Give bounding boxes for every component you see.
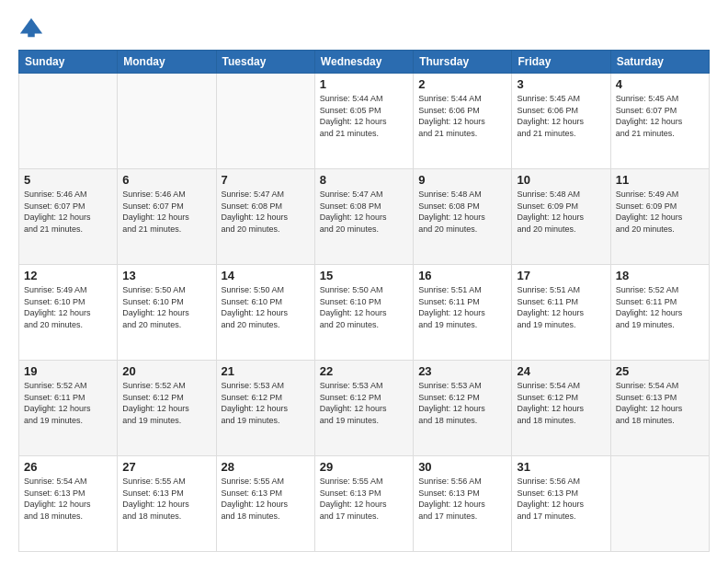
page: SundayMondayTuesdayWednesdayThursdayFrid…: [0, 0, 728, 563]
day-number: 18: [616, 269, 704, 282]
calendar-cell: 3Sunrise: 5:45 AM Sunset: 6:06 PM Daylig…: [512, 74, 610, 169]
day-number: 19: [24, 364, 112, 378]
day-number: 7: [222, 173, 310, 187]
calendar-cell: 27Sunrise: 5:55 AM Sunset: 6:13 PM Dayli…: [118, 456, 216, 552]
calendar-cell: 12Sunrise: 5:49 AM Sunset: 6:10 PM Dayli…: [19, 265, 118, 361]
calendar-cell: 15Sunrise: 5:50 AM Sunset: 6:10 PM Dayli…: [314, 265, 413, 361]
calendar-cell: 20Sunrise: 5:52 AM Sunset: 6:12 PM Dayli…: [118, 361, 216, 456]
day-number: 20: [122, 364, 210, 378]
calendar-cell: [19, 74, 118, 169]
day-number: 10: [517, 173, 605, 187]
calendar-cell: 9Sunrise: 5:48 AM Sunset: 6:08 PM Daylig…: [414, 169, 512, 265]
calendar-cell: 11Sunrise: 5:49 AM Sunset: 6:09 PM Dayli…: [610, 169, 709, 265]
calendar-cell: 21Sunrise: 5:53 AM Sunset: 6:12 PM Dayli…: [216, 361, 314, 456]
day-info: Sunrise: 5:47 AM Sunset: 6:08 PM Dayligh…: [222, 189, 310, 235]
day-info: Sunrise: 5:55 AM Sunset: 6:13 PM Dayligh…: [222, 476, 310, 522]
day-info: Sunrise: 5:50 AM Sunset: 6:10 PM Dayligh…: [320, 284, 408, 330]
day-info: Sunrise: 5:53 AM Sunset: 6:12 PM Dayligh…: [418, 380, 506, 426]
day-number: 2: [418, 77, 506, 91]
day-info: Sunrise: 5:47 AM Sunset: 6:08 PM Dayligh…: [320, 189, 408, 235]
calendar-cell: 16Sunrise: 5:51 AM Sunset: 6:11 PM Dayli…: [414, 265, 512, 361]
calendar-cell: 8Sunrise: 5:47 AM Sunset: 6:08 PM Daylig…: [314, 169, 413, 265]
day-number: 3: [517, 77, 605, 91]
weekday-header-tuesday: Tuesday: [216, 51, 314, 74]
weekday-header-row: SundayMondayTuesdayWednesdayThursdayFrid…: [19, 51, 710, 74]
day-info: Sunrise: 5:53 AM Sunset: 6:12 PM Dayligh…: [320, 380, 408, 426]
day-info: Sunrise: 5:55 AM Sunset: 6:13 PM Dayligh…: [320, 476, 408, 522]
weekday-header-saturday: Saturday: [610, 51, 709, 74]
day-info: Sunrise: 5:50 AM Sunset: 6:10 PM Dayligh…: [222, 284, 310, 330]
logo: [18, 15, 48, 40]
day-number: 9: [418, 173, 506, 187]
day-number: 31: [517, 460, 605, 474]
day-info: Sunrise: 5:46 AM Sunset: 6:07 PM Dayligh…: [24, 189, 112, 235]
day-number: 25: [616, 364, 704, 378]
svg-rect-1: [28, 30, 34, 37]
header: [18, 15, 710, 40]
day-number: 21: [222, 364, 310, 378]
day-info: Sunrise: 5:44 AM Sunset: 6:06 PM Dayligh…: [418, 93, 506, 139]
day-number: 23: [418, 364, 506, 378]
weekday-header-sunday: Sunday: [19, 51, 118, 74]
day-number: 12: [24, 269, 112, 282]
weekday-header-wednesday: Wednesday: [314, 51, 413, 74]
day-info: Sunrise: 5:54 AM Sunset: 6:12 PM Dayligh…: [517, 380, 605, 426]
day-number: 4: [616, 77, 704, 91]
day-number: 30: [418, 460, 506, 474]
logo-icon: [18, 15, 44, 40]
day-number: 14: [222, 269, 310, 282]
calendar-cell: 6Sunrise: 5:46 AM Sunset: 6:07 PM Daylig…: [118, 169, 216, 265]
day-number: 17: [517, 269, 605, 282]
calendar-cell: 1Sunrise: 5:44 AM Sunset: 6:05 PM Daylig…: [314, 74, 413, 169]
day-number: 26: [24, 460, 112, 474]
calendar-week-5: 26Sunrise: 5:54 AM Sunset: 6:13 PM Dayli…: [19, 456, 710, 552]
calendar-week-2: 5Sunrise: 5:46 AM Sunset: 6:07 PM Daylig…: [19, 169, 710, 265]
calendar-cell: 31Sunrise: 5:56 AM Sunset: 6:13 PM Dayli…: [512, 456, 610, 552]
day-number: 28: [222, 460, 310, 474]
weekday-header-friday: Friday: [512, 51, 610, 74]
day-number: 5: [24, 173, 112, 187]
day-number: 15: [320, 269, 408, 282]
day-info: Sunrise: 5:53 AM Sunset: 6:12 PM Dayligh…: [222, 380, 310, 426]
calendar-cell: 25Sunrise: 5:54 AM Sunset: 6:13 PM Dayli…: [610, 361, 709, 456]
calendar-cell: 5Sunrise: 5:46 AM Sunset: 6:07 PM Daylig…: [19, 169, 118, 265]
day-number: 27: [122, 460, 210, 474]
calendar-cell: 28Sunrise: 5:55 AM Sunset: 6:13 PM Dayli…: [216, 456, 314, 552]
day-info: Sunrise: 5:56 AM Sunset: 6:13 PM Dayligh…: [517, 476, 605, 522]
day-number: 6: [122, 173, 210, 187]
day-number: 22: [320, 364, 408, 378]
calendar-cell: 30Sunrise: 5:56 AM Sunset: 6:13 PM Dayli…: [414, 456, 512, 552]
day-info: Sunrise: 5:44 AM Sunset: 6:05 PM Dayligh…: [320, 93, 408, 139]
day-info: Sunrise: 5:51 AM Sunset: 6:11 PM Dayligh…: [418, 284, 506, 330]
calendar-cell: 29Sunrise: 5:55 AM Sunset: 6:13 PM Dayli…: [314, 456, 413, 552]
calendar-cell: 22Sunrise: 5:53 AM Sunset: 6:12 PM Dayli…: [314, 361, 413, 456]
calendar-cell: 24Sunrise: 5:54 AM Sunset: 6:12 PM Dayli…: [512, 361, 610, 456]
calendar-week-4: 19Sunrise: 5:52 AM Sunset: 6:11 PM Dayli…: [19, 361, 710, 456]
calendar-week-3: 12Sunrise: 5:49 AM Sunset: 6:10 PM Dayli…: [19, 265, 710, 361]
calendar-cell: 23Sunrise: 5:53 AM Sunset: 6:12 PM Dayli…: [414, 361, 512, 456]
day-number: 1: [320, 77, 408, 91]
calendar-cell: 19Sunrise: 5:52 AM Sunset: 6:11 PM Dayli…: [19, 361, 118, 456]
day-info: Sunrise: 5:52 AM Sunset: 6:12 PM Dayligh…: [122, 380, 210, 426]
calendar-cell: 2Sunrise: 5:44 AM Sunset: 6:06 PM Daylig…: [414, 74, 512, 169]
calendar-table: SundayMondayTuesdayWednesdayThursdayFrid…: [18, 50, 710, 552]
calendar-cell: 18Sunrise: 5:52 AM Sunset: 6:11 PM Dayli…: [610, 265, 709, 361]
calendar-week-1: 1Sunrise: 5:44 AM Sunset: 6:05 PM Daylig…: [19, 74, 710, 169]
calendar-cell: 7Sunrise: 5:47 AM Sunset: 6:08 PM Daylig…: [216, 169, 314, 265]
calendar-cell: 10Sunrise: 5:48 AM Sunset: 6:09 PM Dayli…: [512, 169, 610, 265]
weekday-header-monday: Monday: [118, 51, 216, 74]
day-info: Sunrise: 5:49 AM Sunset: 6:10 PM Dayligh…: [24, 284, 112, 330]
day-info: Sunrise: 5:54 AM Sunset: 6:13 PM Dayligh…: [24, 476, 112, 522]
day-info: Sunrise: 5:48 AM Sunset: 6:09 PM Dayligh…: [517, 189, 605, 235]
day-info: Sunrise: 5:48 AM Sunset: 6:08 PM Dayligh…: [418, 189, 506, 235]
day-number: 24: [517, 364, 605, 378]
day-info: Sunrise: 5:56 AM Sunset: 6:13 PM Dayligh…: [418, 476, 506, 522]
day-info: Sunrise: 5:49 AM Sunset: 6:09 PM Dayligh…: [616, 189, 704, 235]
day-info: Sunrise: 5:54 AM Sunset: 6:13 PM Dayligh…: [616, 380, 704, 426]
day-number: 13: [122, 269, 210, 282]
calendar-cell: 13Sunrise: 5:50 AM Sunset: 6:10 PM Dayli…: [118, 265, 216, 361]
day-info: Sunrise: 5:51 AM Sunset: 6:11 PM Dayligh…: [517, 284, 605, 330]
weekday-header-thursday: Thursday: [414, 51, 512, 74]
day-info: Sunrise: 5:52 AM Sunset: 6:11 PM Dayligh…: [24, 380, 112, 426]
day-info: Sunrise: 5:45 AM Sunset: 6:06 PM Dayligh…: [517, 93, 605, 139]
